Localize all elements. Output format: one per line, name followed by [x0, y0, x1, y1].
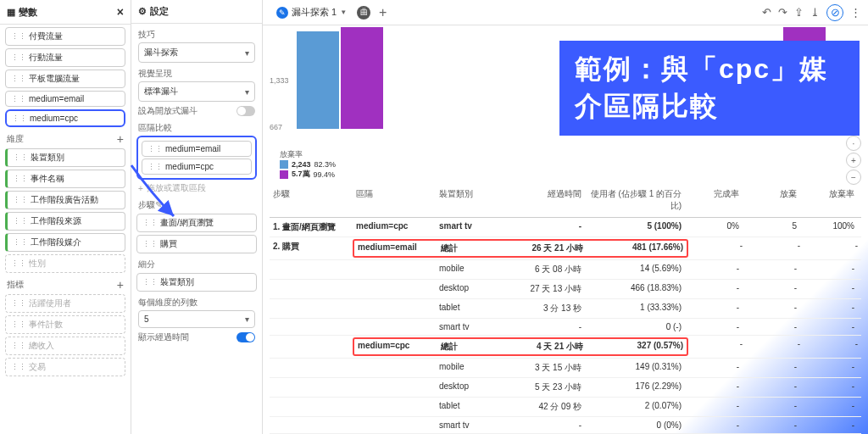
metric-chip[interactable]: ⋮⋮事件計數 [5, 315, 125, 334]
table-row[interactable]: tablet3 分 13 秒1 (33.33%)--- [270, 299, 861, 319]
metric-chip[interactable]: ⋮⋮交易 [5, 358, 125, 376]
settings-title: 設定 [150, 5, 169, 18]
metric-chip[interactable]: ⋮⋮總收入 [5, 337, 125, 355]
chart-legend: 放棄率 2,24382.3% 5.7萬99.4% [280, 149, 851, 180]
redo-icon[interactable]: ↷ [778, 6, 787, 19]
variables-panel: ▦ 變數 × ⋮⋮付費流量⋮⋮行動流量⋮⋮平板電腦流量⋮⋮medium=emai… [0, 0, 131, 434]
tab-bar: ✎ 漏斗探索 1 ▼ 曲 + ↶ ↷ ⇪ ⤓ ⊘ ⋮ [263, 0, 868, 25]
technique-select[interactable]: 漏斗探索▾ [138, 42, 255, 63]
dimension-chip[interactable]: ⋮⋮裝置類別 [5, 148, 125, 167]
open-funnel-toggle[interactable]: 設為開放式漏斗 [138, 105, 255, 117]
bar-step1-cpc [341, 27, 383, 129]
zoom-out-icon[interactable]: − [846, 170, 861, 185]
add-metric-icon[interactable]: + [117, 278, 124, 292]
table-row[interactable]: desktop5 天 23 小時176 (2.29%)--- [270, 378, 861, 398]
metrics-section: 指標 + [7, 278, 124, 292]
zoom-in-icon[interactable]: + [846, 153, 861, 168]
dimension-chip[interactable]: ⋮⋮事件名稱 [5, 170, 125, 188]
metric-chip[interactable]: ⋮⋮活躍使用者 [5, 294, 125, 313]
chevron-down-icon: ▾ [245, 314, 249, 324]
table-row[interactable]: 2. 購買medium=email總計26 天 21 小時481 (17.66%… [270, 237, 861, 260]
breakdown-label: 細分 [138, 259, 255, 270]
segment-chip[interactable]: ⋮⋮medium=cpc [5, 109, 125, 127]
layers-icon: ▦ [7, 7, 15, 18]
zoom-reset-icon[interactable]: · [846, 136, 861, 151]
table-row[interactable]: 1. 畫面/網頁瀏覽medium=cpcsmart tv-5 (100%)0%5… [270, 218, 861, 237]
table-row[interactable]: desktop27 天 13 小時466 (18.83%)--- [270, 280, 861, 299]
add-dimension-icon[interactable]: + [117, 132, 124, 146]
annotation-arrow [127, 161, 186, 231]
segment-chip[interactable]: ⋮⋮平板電腦流量 [5, 70, 125, 88]
table-row[interactable]: mobile3 天 15 小時149 (0.31%)--- [270, 359, 861, 378]
undo-icon[interactable]: ↶ [762, 6, 771, 19]
settings-header: ⚙ 設定 [131, 0, 262, 24]
segment-chip[interactable]: ⋮⋮medium=email [5, 91, 125, 107]
check-icon[interactable]: ⊘ [826, 4, 843, 21]
elapsed-toggle[interactable]: 顯示經過時間 [138, 331, 255, 343]
menu-icon[interactable]: ⋮ [850, 6, 861, 19]
bar-step1-email [297, 31, 339, 129]
dimensions-section: 維度 + [7, 132, 124, 146]
variables-header: ▦ 變數 × [0, 0, 131, 25]
tab-badge[interactable]: 曲 [357, 6, 370, 19]
dimension-extra[interactable]: ⋮⋮性別 [5, 254, 125, 273]
segment-chip[interactable]: ⋮⋮付費流量 [5, 27, 125, 46]
step-item-2[interactable]: ⋮⋮購買 [136, 235, 257, 253]
visualization-label: 視覺呈現 [138, 68, 255, 80]
example-banner: 範例：與「cpc」媒介區隔比較 [559, 41, 860, 136]
table-row[interactable]: smart tv-0 (-)--- [270, 319, 861, 336]
zoom-controls: · + − [846, 136, 861, 185]
add-tab-icon[interactable]: + [374, 5, 392, 20]
technique-label: 技巧 [138, 29, 255, 41]
visualization-select[interactable]: 標準漏斗▾ [138, 81, 255, 102]
table-row[interactable]: smart tv-0 (0%)--- [270, 417, 861, 434]
share-icon[interactable]: ⇪ [794, 6, 804, 19]
gear-icon: ⚙ [138, 6, 147, 17]
tab-icon: ✎ [276, 7, 288, 19]
dimension-chip[interactable]: ⋮⋮工作階段廣告活動 [5, 191, 125, 209]
download-icon[interactable]: ⤓ [810, 6, 820, 19]
dimension-chip[interactable]: ⋮⋮工作階段媒介 [5, 233, 125, 252]
chevron-down-icon: ▾ [245, 87, 249, 97]
data-table: 步驟 區隔 裝置類別 經過時間 使用者 (佔步驟 1 的百分比) 完成率 放棄 … [270, 183, 861, 434]
table-row[interactable]: mobile6 天 08 小時14 (5.69%)--- [270, 260, 861, 280]
main-area: ✎ 漏斗探索 1 ▼ 曲 + ↶ ↷ ⇪ ⤓ ⊘ ⋮ 範例：與「cpc」媒介區隔… [263, 0, 868, 434]
chevron-down-icon: ▾ [245, 48, 249, 58]
table-row[interactable]: tablet42 分 09 秒2 (0.07%)--- [270, 398, 861, 417]
close-icon[interactable]: × [117, 5, 124, 19]
table-row[interactable]: medium=cpc總計4 天 21 小時327 (0.57%)--- [270, 336, 861, 359]
variables-title: 變數 [19, 6, 37, 19]
rows-label: 每個維度的列數 [138, 297, 255, 309]
rows-select[interactable]: 5▾ [138, 310, 255, 328]
chevron-down-icon[interactable]: ▼ [340, 8, 347, 16]
toolbar: ↶ ↷ ⇪ ⤓ ⊘ ⋮ [762, 4, 861, 21]
table-header: 步驟 區隔 裝置類別 經過時間 使用者 (佔步驟 1 的百分比) 完成率 放棄 … [270, 183, 861, 218]
dimension-chip[interactable]: ⋮⋮工作階段來源 [5, 212, 125, 231]
tab-funnel-1[interactable]: ✎ 漏斗探索 1 ▼ [270, 3, 353, 21]
compare-item-email[interactable]: ⋮⋮medium=email [142, 141, 252, 157]
breakdown-value[interactable]: ⋮⋮裝置類別 [136, 273, 257, 292]
compare-label: 區隔比較 [138, 122, 255, 134]
segment-chip[interactable]: ⋮⋮行動流量 [5, 48, 125, 67]
